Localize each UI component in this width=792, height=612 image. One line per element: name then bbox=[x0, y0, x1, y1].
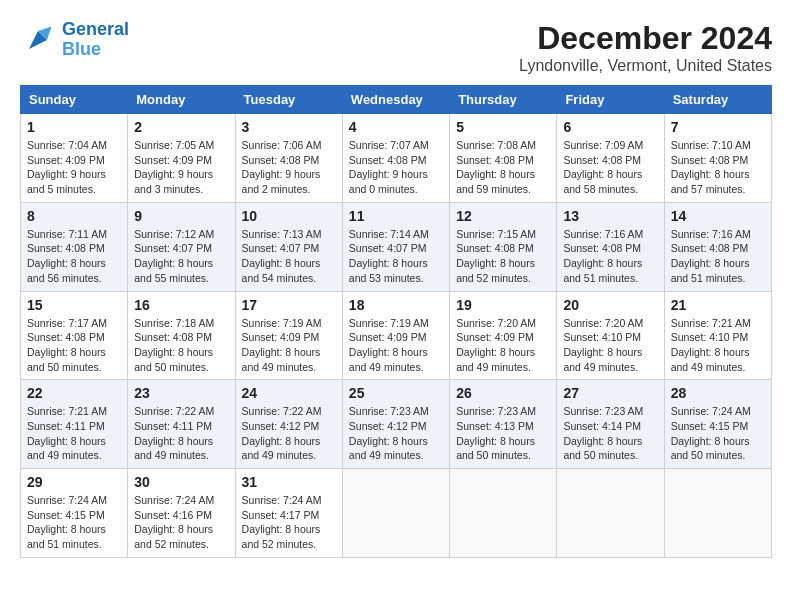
calendar-cell: 21Sunrise: 7:21 AMSunset: 4:10 PMDayligh… bbox=[664, 291, 771, 380]
column-header-sunday: Sunday bbox=[21, 86, 128, 114]
day-number: 30 bbox=[134, 474, 228, 490]
day-number: 8 bbox=[27, 208, 121, 224]
day-number: 29 bbox=[27, 474, 121, 490]
day-number: 18 bbox=[349, 297, 443, 313]
day-info: Sunrise: 7:16 AMSunset: 4:08 PMDaylight:… bbox=[563, 227, 657, 286]
day-info: Sunrise: 7:22 AMSunset: 4:11 PMDaylight:… bbox=[134, 404, 228, 463]
day-number: 26 bbox=[456, 385, 550, 401]
calendar-header-row: SundayMondayTuesdayWednesdayThursdayFrid… bbox=[21, 86, 772, 114]
calendar-cell: 4Sunrise: 7:07 AMSunset: 4:08 PMDaylight… bbox=[342, 114, 449, 203]
day-info: Sunrise: 7:04 AMSunset: 4:09 PMDaylight:… bbox=[27, 138, 121, 197]
calendar-cell: 5Sunrise: 7:08 AMSunset: 4:08 PMDaylight… bbox=[450, 114, 557, 203]
calendar-cell: 20Sunrise: 7:20 AMSunset: 4:10 PMDayligh… bbox=[557, 291, 664, 380]
calendar-week-row: 15Sunrise: 7:17 AMSunset: 4:08 PMDayligh… bbox=[21, 291, 772, 380]
calendar-cell: 11Sunrise: 7:14 AMSunset: 4:07 PMDayligh… bbox=[342, 202, 449, 291]
calendar-cell: 7Sunrise: 7:10 AMSunset: 4:08 PMDaylight… bbox=[664, 114, 771, 203]
calendar-week-row: 1Sunrise: 7:04 AMSunset: 4:09 PMDaylight… bbox=[21, 114, 772, 203]
calendar-cell: 6Sunrise: 7:09 AMSunset: 4:08 PMDaylight… bbox=[557, 114, 664, 203]
day-number: 20 bbox=[563, 297, 657, 313]
calendar-cell: 16Sunrise: 7:18 AMSunset: 4:08 PMDayligh… bbox=[128, 291, 235, 380]
logo-icon bbox=[20, 22, 56, 58]
day-number: 5 bbox=[456, 119, 550, 135]
calendar-cell: 29Sunrise: 7:24 AMSunset: 4:15 PMDayligh… bbox=[21, 469, 128, 558]
calendar-cell: 9Sunrise: 7:12 AMSunset: 4:07 PMDaylight… bbox=[128, 202, 235, 291]
calendar-week-row: 29Sunrise: 7:24 AMSunset: 4:15 PMDayligh… bbox=[21, 469, 772, 558]
day-number: 15 bbox=[27, 297, 121, 313]
day-number: 19 bbox=[456, 297, 550, 313]
calendar-week-row: 22Sunrise: 7:21 AMSunset: 4:11 PMDayligh… bbox=[21, 380, 772, 469]
column-header-monday: Monday bbox=[128, 86, 235, 114]
day-number: 24 bbox=[242, 385, 336, 401]
day-info: Sunrise: 7:10 AMSunset: 4:08 PMDaylight:… bbox=[671, 138, 765, 197]
column-header-saturday: Saturday bbox=[664, 86, 771, 114]
calendar-cell: 24Sunrise: 7:22 AMSunset: 4:12 PMDayligh… bbox=[235, 380, 342, 469]
day-number: 11 bbox=[349, 208, 443, 224]
calendar-cell bbox=[557, 469, 664, 558]
logo: General Blue bbox=[20, 20, 129, 60]
title-section: December 2024 Lyndonville, Vermont, Unit… bbox=[519, 20, 772, 75]
calendar-cell: 23Sunrise: 7:22 AMSunset: 4:11 PMDayligh… bbox=[128, 380, 235, 469]
day-info: Sunrise: 7:06 AMSunset: 4:08 PMDaylight:… bbox=[242, 138, 336, 197]
day-info: Sunrise: 7:12 AMSunset: 4:07 PMDaylight:… bbox=[134, 227, 228, 286]
day-info: Sunrise: 7:23 AMSunset: 4:13 PMDaylight:… bbox=[456, 404, 550, 463]
day-info: Sunrise: 7:21 AMSunset: 4:11 PMDaylight:… bbox=[27, 404, 121, 463]
calendar-cell: 2Sunrise: 7:05 AMSunset: 4:09 PMDaylight… bbox=[128, 114, 235, 203]
day-info: Sunrise: 7:16 AMSunset: 4:08 PMDaylight:… bbox=[671, 227, 765, 286]
logo-text: General Blue bbox=[62, 20, 129, 60]
day-info: Sunrise: 7:13 AMSunset: 4:07 PMDaylight:… bbox=[242, 227, 336, 286]
day-number: 17 bbox=[242, 297, 336, 313]
day-number: 1 bbox=[27, 119, 121, 135]
page-title: December 2024 bbox=[519, 20, 772, 57]
calendar-cell: 1Sunrise: 7:04 AMSunset: 4:09 PMDaylight… bbox=[21, 114, 128, 203]
column-header-friday: Friday bbox=[557, 86, 664, 114]
day-info: Sunrise: 7:21 AMSunset: 4:10 PMDaylight:… bbox=[671, 316, 765, 375]
page-header: General Blue December 2024 Lyndonville, … bbox=[20, 20, 772, 75]
day-info: Sunrise: 7:24 AMSunset: 4:15 PMDaylight:… bbox=[27, 493, 121, 552]
calendar-cell: 28Sunrise: 7:24 AMSunset: 4:15 PMDayligh… bbox=[664, 380, 771, 469]
day-number: 13 bbox=[563, 208, 657, 224]
day-number: 21 bbox=[671, 297, 765, 313]
calendar-body: 1Sunrise: 7:04 AMSunset: 4:09 PMDaylight… bbox=[21, 114, 772, 558]
day-number: 2 bbox=[134, 119, 228, 135]
day-number: 16 bbox=[134, 297, 228, 313]
calendar-cell: 12Sunrise: 7:15 AMSunset: 4:08 PMDayligh… bbox=[450, 202, 557, 291]
day-number: 22 bbox=[27, 385, 121, 401]
day-info: Sunrise: 7:23 AMSunset: 4:12 PMDaylight:… bbox=[349, 404, 443, 463]
calendar-cell bbox=[664, 469, 771, 558]
calendar-cell: 27Sunrise: 7:23 AMSunset: 4:14 PMDayligh… bbox=[557, 380, 664, 469]
day-info: Sunrise: 7:24 AMSunset: 4:17 PMDaylight:… bbox=[242, 493, 336, 552]
day-info: Sunrise: 7:22 AMSunset: 4:12 PMDaylight:… bbox=[242, 404, 336, 463]
day-info: Sunrise: 7:24 AMSunset: 4:16 PMDaylight:… bbox=[134, 493, 228, 552]
day-info: Sunrise: 7:20 AMSunset: 4:10 PMDaylight:… bbox=[563, 316, 657, 375]
calendar-cell bbox=[342, 469, 449, 558]
day-number: 4 bbox=[349, 119, 443, 135]
day-number: 25 bbox=[349, 385, 443, 401]
day-number: 9 bbox=[134, 208, 228, 224]
page-subtitle: Lyndonville, Vermont, United States bbox=[519, 57, 772, 75]
column-header-thursday: Thursday bbox=[450, 86, 557, 114]
calendar-cell: 8Sunrise: 7:11 AMSunset: 4:08 PMDaylight… bbox=[21, 202, 128, 291]
calendar-week-row: 8Sunrise: 7:11 AMSunset: 4:08 PMDaylight… bbox=[21, 202, 772, 291]
day-number: 27 bbox=[563, 385, 657, 401]
calendar-cell: 26Sunrise: 7:23 AMSunset: 4:13 PMDayligh… bbox=[450, 380, 557, 469]
calendar-cell: 15Sunrise: 7:17 AMSunset: 4:08 PMDayligh… bbox=[21, 291, 128, 380]
calendar-cell: 25Sunrise: 7:23 AMSunset: 4:12 PMDayligh… bbox=[342, 380, 449, 469]
day-number: 3 bbox=[242, 119, 336, 135]
day-number: 12 bbox=[456, 208, 550, 224]
calendar-cell: 31Sunrise: 7:24 AMSunset: 4:17 PMDayligh… bbox=[235, 469, 342, 558]
day-info: Sunrise: 7:19 AMSunset: 4:09 PMDaylight:… bbox=[349, 316, 443, 375]
day-number: 31 bbox=[242, 474, 336, 490]
day-info: Sunrise: 7:24 AMSunset: 4:15 PMDaylight:… bbox=[671, 404, 765, 463]
calendar-cell: 13Sunrise: 7:16 AMSunset: 4:08 PMDayligh… bbox=[557, 202, 664, 291]
day-info: Sunrise: 7:09 AMSunset: 4:08 PMDaylight:… bbox=[563, 138, 657, 197]
calendar-cell: 3Sunrise: 7:06 AMSunset: 4:08 PMDaylight… bbox=[235, 114, 342, 203]
day-info: Sunrise: 7:19 AMSunset: 4:09 PMDaylight:… bbox=[242, 316, 336, 375]
calendar-cell: 18Sunrise: 7:19 AMSunset: 4:09 PMDayligh… bbox=[342, 291, 449, 380]
calendar-cell: 14Sunrise: 7:16 AMSunset: 4:08 PMDayligh… bbox=[664, 202, 771, 291]
day-info: Sunrise: 7:15 AMSunset: 4:08 PMDaylight:… bbox=[456, 227, 550, 286]
calendar-cell: 17Sunrise: 7:19 AMSunset: 4:09 PMDayligh… bbox=[235, 291, 342, 380]
day-number: 14 bbox=[671, 208, 765, 224]
calendar-cell: 22Sunrise: 7:21 AMSunset: 4:11 PMDayligh… bbox=[21, 380, 128, 469]
calendar-cell: 30Sunrise: 7:24 AMSunset: 4:16 PMDayligh… bbox=[128, 469, 235, 558]
day-info: Sunrise: 7:17 AMSunset: 4:08 PMDaylight:… bbox=[27, 316, 121, 375]
